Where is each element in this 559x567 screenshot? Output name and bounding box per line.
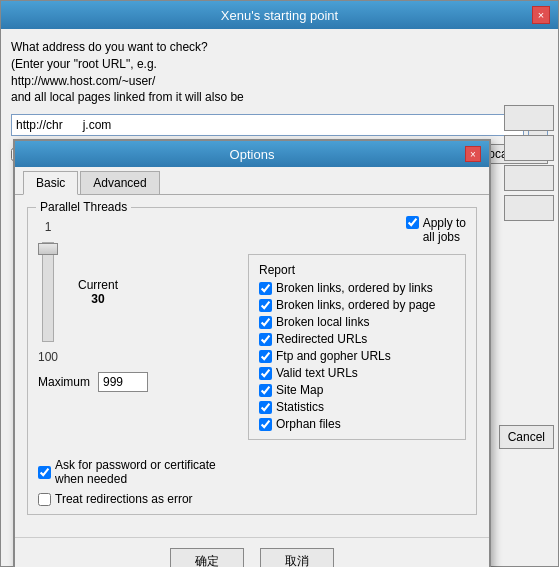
slider-track[interactable]	[42, 242, 54, 342]
side-button-2[interactable]	[504, 135, 554, 161]
slider-min-label: 1	[45, 220, 52, 234]
url-input[interactable]	[11, 114, 524, 136]
report-checkbox-3[interactable]	[259, 333, 272, 346]
checkbox-options-row: Ask for password or certificatewhen need…	[38, 458, 466, 506]
dialog-body: Parallel Threads 1 100	[15, 195, 489, 537]
report-checkbox-1[interactable]	[259, 299, 272, 312]
cancel-button[interactable]: 取消	[260, 548, 334, 567]
current-value: 30	[91, 292, 104, 306]
side-button-4[interactable]	[504, 195, 554, 221]
report-item-8: Orphan files	[259, 417, 455, 431]
main-close-button[interactable]: ×	[532, 6, 550, 24]
options-title-bar: Options ×	[15, 141, 489, 167]
parallel-threads-label: Parallel Threads	[36, 200, 131, 214]
report-checkbox-6[interactable]	[259, 384, 272, 397]
report-checkbox-5[interactable]	[259, 367, 272, 380]
ask-password-checkbox[interactable]	[38, 466, 51, 479]
report-label-1: Broken links, ordered by page	[276, 298, 435, 312]
report-item-6: Site Map	[259, 383, 455, 397]
tab-basic[interactable]: Basic	[23, 171, 78, 195]
report-checkbox-0[interactable]	[259, 282, 272, 295]
report-label-5: Valid text URLs	[276, 366, 358, 380]
apply-all-jobs-row: Apply toall jobs	[406, 216, 466, 244]
ask-password-label: Ask for password or certificatewhen need…	[55, 458, 216, 486]
report-label-6: Site Map	[276, 383, 323, 397]
report-section: Report Broken links, ordered by links Br…	[248, 254, 466, 440]
options-close-button[interactable]: ×	[465, 146, 481, 162]
apply-all-jobs-label: Apply toall jobs	[423, 216, 466, 244]
report-items: Broken links, ordered by links Broken li…	[259, 281, 455, 431]
main-title-bar: Xenu's starting point ×	[1, 1, 558, 29]
report-label-3: Redirected URLs	[276, 332, 367, 346]
cancel-side-button[interactable]: Cancel	[499, 425, 554, 449]
main-window-title: Xenu's starting point	[27, 8, 532, 23]
apply-all-jobs-checkbox[interactable]	[406, 216, 419, 229]
report-label-4: Ftp and gopher URLs	[276, 349, 391, 363]
report-item-4: Ftp and gopher URLs	[259, 349, 455, 363]
report-checkbox-7[interactable]	[259, 401, 272, 414]
report-item-3: Redirected URLs	[259, 332, 455, 346]
current-section: Current 30	[78, 220, 118, 364]
slider-thumb[interactable]	[38, 243, 58, 255]
report-item-0: Broken links, ordered by links	[259, 281, 455, 295]
url-row: ▼	[11, 114, 548, 136]
tab-advanced[interactable]: Advanced	[80, 171, 159, 194]
side-buttons-panel	[500, 101, 558, 225]
side-button-3[interactable]	[504, 165, 554, 191]
report-header: Report	[259, 263, 455, 277]
tab-bar: Basic Advanced	[15, 167, 489, 195]
report-checkbox-2[interactable]	[259, 316, 272, 329]
report-label-2: Broken local links	[276, 315, 369, 329]
treat-redirections-checkbox[interactable]	[38, 493, 51, 506]
report-item-7: Statistics	[259, 400, 455, 414]
main-window: Xenu's starting point × What address do …	[0, 0, 559, 567]
report-item-5: Valid text URLs	[259, 366, 455, 380]
parallel-threads-section: Parallel Threads 1 100	[27, 207, 477, 515]
maximum-input[interactable]	[98, 372, 148, 392]
side-button-1[interactable]	[504, 105, 554, 131]
report-checkbox-4[interactable]	[259, 350, 272, 363]
options-dialog: Options × Basic Advanced Parallel Thread…	[13, 139, 491, 567]
report-label-7: Statistics	[276, 400, 324, 414]
report-label-8: Orphan files	[276, 417, 341, 431]
treat-redirections-row: Treat redirections as error	[38, 492, 466, 506]
treat-redirections-label: Treat redirections as error	[55, 492, 193, 506]
maximum-label: Maximum	[38, 375, 90, 389]
parallel-body: 1 100 Current 30	[38, 216, 238, 364]
current-label: Current	[78, 278, 118, 292]
maximum-row: Maximum	[38, 372, 238, 392]
report-item-2: Broken local links	[259, 315, 455, 329]
parallel-left: 1 100 Current 30	[38, 216, 238, 450]
ask-password-row: Ask for password or certificatewhen need…	[38, 458, 466, 486]
dialog-footer: 确定 取消	[15, 537, 489, 567]
parallel-layout: 1 100 Current 30	[38, 216, 466, 450]
parallel-right: Apply toall jobs Report Broken links, or…	[248, 216, 466, 450]
report-item-1: Broken links, ordered by page	[259, 298, 455, 312]
options-dialog-title: Options	[39, 147, 465, 162]
report-label-0: Broken links, ordered by links	[276, 281, 433, 295]
slider-section: 1 100	[38, 220, 58, 364]
slider-max-label: 100	[38, 350, 58, 364]
report-checkbox-8[interactable]	[259, 418, 272, 431]
description-text: What address do you want to check? (Ente…	[11, 39, 548, 106]
confirm-button[interactable]: 确定	[170, 548, 244, 567]
